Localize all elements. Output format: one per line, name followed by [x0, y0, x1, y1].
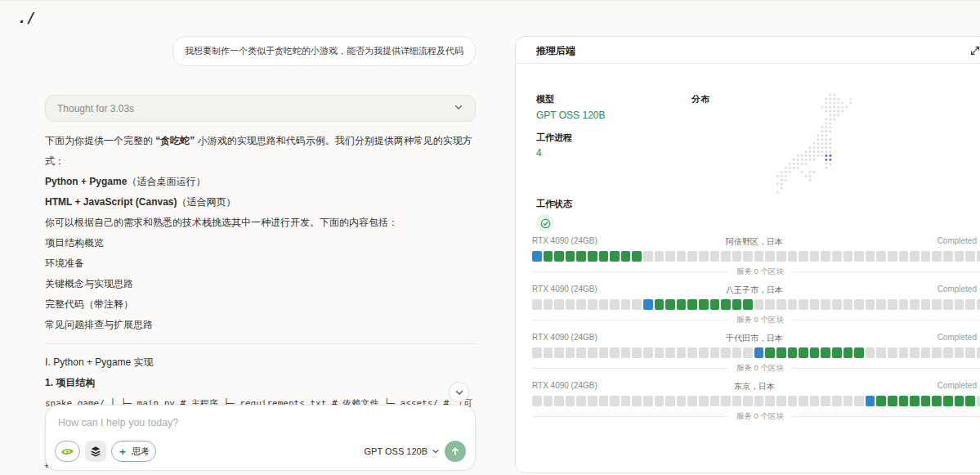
segment-idle: [677, 251, 687, 262]
gpu-progress-bar: [532, 251, 980, 262]
segment-idle: [876, 251, 886, 262]
gpu-loc: 八王子市，日本: [680, 285, 828, 296]
gpu-status: Completed: [829, 236, 980, 248]
segment-idle: [799, 299, 808, 310]
nvidia-model-button[interactable]: [55, 441, 80, 462]
gpu-progress-bar: [532, 347, 980, 358]
segment-idle: [821, 251, 830, 262]
status-label: 工作状态: [536, 198, 572, 210]
message-paragraph: 项目结构概览: [45, 233, 476, 253]
segment-idle: [965, 299, 975, 310]
segment-idle: [554, 396, 564, 406]
segment-idle: [832, 251, 842, 262]
segment-idle: [665, 251, 675, 262]
scroll-to-bottom-button[interactable]: [449, 382, 469, 402]
segment-idle: [754, 396, 764, 406]
segment-idle: [955, 299, 964, 310]
message-paragraph: 1. 项目结构: [45, 373, 476, 393]
chat-input-placeholder: How can I help you today?: [58, 417, 178, 428]
status-ok-badge: [536, 214, 554, 232]
expand-icon: [970, 46, 980, 56]
segment-idle: [876, 299, 886, 310]
segment-idle: [932, 347, 942, 358]
gpu-row: RTX 4090 (24GB)千代田市，日本Completed服务 0 个区块: [532, 333, 980, 374]
segment-idle: [532, 396, 542, 406]
segment-idle: [844, 251, 853, 262]
segment-idle: [643, 347, 653, 358]
segment-done: [655, 299, 665, 310]
gpu-row: RTX 4090 (24GB)东京，日本Completed服务 0 个区块: [532, 381, 980, 422]
segment-idle: [655, 347, 665, 358]
segment-idle: [687, 396, 697, 406]
segment-idle: [721, 251, 731, 262]
segment-done: [599, 251, 609, 262]
segment-idle: [866, 251, 875, 262]
segment-idle: [632, 347, 642, 358]
segment-idle: [955, 347, 964, 358]
segment-idle: [799, 396, 808, 406]
segment-idle: [832, 299, 842, 310]
chat-input-card[interactable]: How can I help you today? ＋ 思考: [45, 405, 476, 471]
segment-idle: [932, 251, 942, 262]
segment-idle: [566, 299, 575, 310]
check-circle-icon: [540, 218, 551, 229]
gpu-status: Completed: [829, 333, 980, 344]
expand-panel-button[interactable]: [970, 44, 980, 59]
segment-done: [776, 347, 786, 358]
segment-idle: [544, 347, 553, 358]
segment-idle: [532, 299, 542, 310]
nvidia-eye-icon: [60, 446, 74, 456]
segment-done: [743, 299, 753, 310]
segment-idle: [854, 299, 864, 310]
segment-idle: [687, 347, 697, 358]
segment-done: [888, 396, 897, 406]
segment-done: [699, 299, 709, 310]
segment-idle: [765, 251, 775, 262]
segment-idle: [955, 251, 964, 262]
think-label: 思考: [132, 446, 150, 458]
gpu-name: RTX 4090 (24GB): [532, 285, 680, 296]
segment-done: [955, 396, 964, 406]
gpu-row: RTX 4090 (24GB)阿倍野区，日本Completed服务 0 个区块: [532, 236, 980, 277]
message-paragraph: HTML + JavaScript (Canvas)（适合网页）: [45, 192, 476, 213]
segment-idle: [866, 347, 875, 358]
segment-idle: [776, 251, 786, 262]
segment-idle: [821, 299, 830, 310]
segment-idle: [910, 299, 920, 310]
arrow-up-icon: [450, 446, 460, 456]
segment-idle: [576, 396, 586, 406]
segment-idle: [810, 299, 820, 310]
thought-accordion[interactable]: Thought for 3.03s: [45, 95, 476, 122]
layers-button[interactable]: [85, 441, 106, 462]
segment-active: [754, 347, 764, 358]
message-paragraph: 完整代码（带注释）: [45, 294, 476, 315]
model-selector[interactable]: GPT OSS 120B: [365, 446, 440, 456]
segment-idle: [876, 347, 886, 358]
think-toggle-button[interactable]: ＋ 思考: [111, 441, 156, 462]
segment-done: [844, 347, 853, 358]
segment-idle: [910, 347, 920, 358]
chevron-down-icon: [454, 388, 464, 397]
serving-divider: 服务 0 个区块: [532, 363, 980, 374]
segment-idle: [754, 299, 764, 310]
segment-done: [943, 396, 953, 406]
message-paragraph: 常见问题排查与扩展思路: [45, 315, 476, 335]
segment-idle: [632, 299, 642, 310]
segment-idle: [765, 396, 775, 406]
segment-done: [544, 251, 553, 262]
panel-body: 模型 GPT OSS 120B 分布 工作进程 4 工作状态 RTX 4090 …: [516, 64, 980, 473]
gpu-rows: RTX 4090 (24GB)阿倍野区，日本Completed服务 0 个区块R…: [532, 236, 980, 429]
segment-idle: [710, 396, 720, 406]
segment-idle: [776, 396, 786, 406]
segment-idle: [732, 251, 742, 262]
panel-title: 推理后端: [536, 44, 575, 58]
segment-idle: [732, 347, 742, 358]
send-button[interactable]: [445, 441, 466, 462]
segment-done: [632, 251, 642, 262]
segment-done: [554, 251, 564, 262]
chat-column: 我想要制作一个类似于贪吃蛇的小游戏，能否为我提供详细流程及代码 Thought …: [45, 36, 476, 475]
segment-idle: [888, 251, 897, 262]
segment-idle: [588, 299, 597, 310]
segment-idle: [788, 251, 798, 262]
segment-idle: [899, 347, 909, 358]
